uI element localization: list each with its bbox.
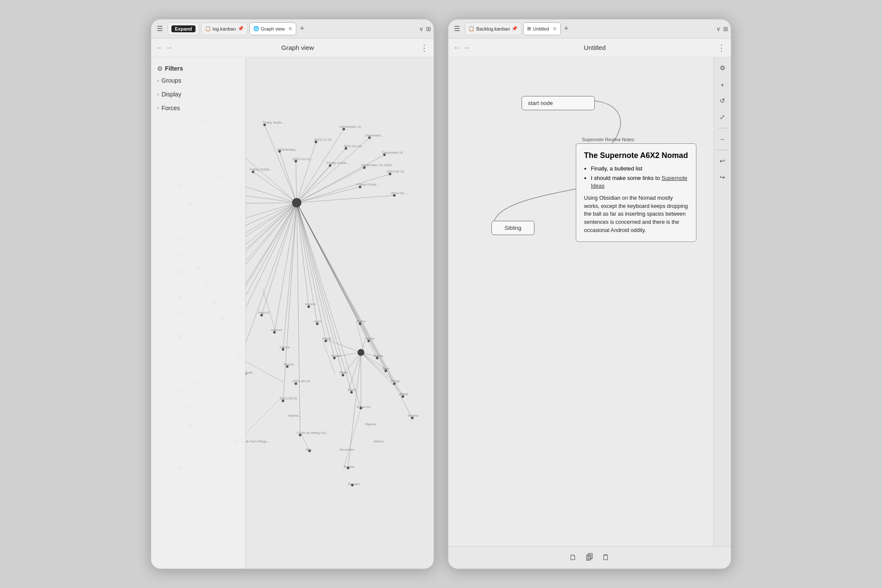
svg-point-187 xyxy=(282,399,284,402)
svg-point-153 xyxy=(252,170,255,173)
redo-button[interactable]: ↪ xyxy=(716,171,729,184)
undo-icon: ↩ xyxy=(720,157,725,165)
left-nav-back-button[interactable]: ← xyxy=(156,44,163,52)
right-more-menu-button[interactable]: ⋮ xyxy=(717,43,726,53)
templates-icon[interactable]: 🗐 xyxy=(586,553,593,562)
right-tab-collapse-icon[interactable]: ∨ xyxy=(716,25,721,32)
sidebar-forces[interactable]: › Forces xyxy=(151,101,245,115)
tab-untitled-label: Untitled xyxy=(533,26,549,31)
svg-text:Hanna: Hanna xyxy=(280,345,290,349)
right-page-title: Untitled xyxy=(472,44,717,51)
attachment-icon[interactable]: 🗒 xyxy=(602,553,610,562)
left-tab-layout-icon[interactable]: ⊞ xyxy=(426,25,431,32)
svg-point-157 xyxy=(389,173,391,175)
left-tab-bar: ☰ Expand 📋 log.kanban 📌 🌐 Graph view ✕ +… xyxy=(151,19,434,38)
untitled-icon: ⊞ xyxy=(527,26,531,31)
svg-text:LLMs de telling Clu...: LLMs de telling Clu... xyxy=(297,431,329,435)
tab-expand[interactable]: Expand xyxy=(168,22,199,35)
svg-point-173 xyxy=(273,331,276,334)
tab-untitled-close-icon[interactable]: ✕ xyxy=(553,26,557,32)
canvas-area[interactable]: start node Supernote Review Notes The Su… xyxy=(448,57,714,546)
right-title-bar: ← → Untitled ⋮ xyxy=(448,38,731,57)
undo-button[interactable]: ↩ xyxy=(716,155,729,167)
left-page-title: Graph view xyxy=(175,44,420,51)
fit-view-button[interactable]: ⤢ xyxy=(716,111,729,124)
right-sidebar-toggle-icon[interactable]: ☰ xyxy=(451,23,463,35)
svg-text:December...: December... xyxy=(365,133,384,137)
right-tab-controls: ∨ ⊞ xyxy=(716,25,728,32)
svg-point-159 xyxy=(393,194,396,197)
pin-icon: 📌 xyxy=(238,26,244,31)
svg-text:Rysabn: Rysabn xyxy=(348,482,360,486)
tab-kanban-right[interactable]: 📋 Backlog.kanban 📌 xyxy=(465,22,522,35)
zoom-out-button[interactable]: − xyxy=(716,133,729,145)
review-notes-text: Supernote Review Notes xyxy=(582,137,634,142)
svg-text:2014-09-...: 2014-09-... xyxy=(391,191,407,195)
left-tab-controls: ∨ ⊞ xyxy=(419,25,431,32)
settings-button[interactable]: ⚙ xyxy=(716,62,729,74)
sibling-node[interactable]: Sibling xyxy=(491,221,534,235)
left-more-menu-button[interactable]: ⋮ xyxy=(420,43,429,53)
review-notes-label: Supernote Review Notes xyxy=(582,137,634,142)
tab-kanban-left[interactable]: 📋 log.kanban 📌 xyxy=(201,22,248,35)
svg-point-154 xyxy=(295,160,297,163)
svg-point-143 xyxy=(263,124,266,126)
groups-label: Groups xyxy=(161,77,181,84)
svg-point-145 xyxy=(368,136,371,139)
refresh-icon: ↺ xyxy=(720,97,725,105)
svg-point-184 xyxy=(385,370,387,372)
sidebar-groups[interactable]: › Groups xyxy=(151,74,245,87)
right-tab-add-button[interactable]: + xyxy=(562,24,571,33)
redo-icon: ↪ xyxy=(720,173,725,181)
right-tab-layout-icon[interactable]: ⊞ xyxy=(723,25,728,32)
expand-icon: ⤢ xyxy=(720,113,725,121)
svg-text:mnunm: mnunm xyxy=(271,328,283,332)
left-tab-add-button[interactable]: + xyxy=(298,24,306,33)
supernote-ideas-link[interactable]: Supernote Ideas xyxy=(591,175,687,189)
plus-icon: + xyxy=(721,81,724,88)
minus-icon: − xyxy=(721,136,724,143)
svg-point-179 xyxy=(342,374,344,377)
svg-point-147 xyxy=(278,150,281,153)
svg-point-180 xyxy=(350,391,353,393)
left-sidebar: ⊙ Filters › Groups › Display › Forces xyxy=(151,57,246,569)
expand-badge: Expand xyxy=(171,25,196,32)
svg-text:Rymn-10: Rymn-10 xyxy=(357,405,371,409)
svg-point-182 xyxy=(367,340,370,342)
left-nav-forward-button[interactable]: → xyxy=(166,44,173,52)
bullet-2: I should make some links to Supernote Id… xyxy=(591,174,688,190)
tab-graph-view[interactable]: 🌐 Graph view ✕ xyxy=(249,22,297,35)
tab-graph-close-icon[interactable]: ✕ xyxy=(288,26,292,32)
sidebar-display[interactable]: › Display xyxy=(151,87,245,101)
kanban2-icon: 📋 xyxy=(469,26,475,31)
svg-text:September 13, 2023: September 13, 2023 xyxy=(361,163,392,167)
sidebar-filters[interactable]: ⊙ Filters xyxy=(151,62,245,74)
filters-icon: ⊙ xyxy=(157,65,162,72)
note-card[interactable]: The Supernote A6X2 Nomad Finally, a bull… xyxy=(576,143,696,242)
svg-point-198 xyxy=(308,449,311,452)
svg-text:ARS-S4-16...: ARS-S4-16... xyxy=(344,144,364,148)
display-label: Display xyxy=(161,91,181,98)
svg-point-144 xyxy=(342,128,345,130)
svg-text:September 10: September 10 xyxy=(339,125,361,129)
left-title-bar: ← → Graph view ⋮ xyxy=(151,38,434,57)
add-node-button[interactable]: + xyxy=(716,78,729,91)
svg-point-140 xyxy=(292,198,301,207)
right-nav-forward-button[interactable]: → xyxy=(463,44,470,52)
tab-untitled[interactable]: ⊞ Untitled ✕ xyxy=(523,22,560,35)
refresh-button[interactable]: ↺ xyxy=(716,94,729,107)
forces-label: Forces xyxy=(161,105,180,111)
right-nav-back-button[interactable]: ← xyxy=(453,44,460,52)
new-note-icon[interactable]: 🗋 xyxy=(569,553,577,562)
left-tab-collapse-icon[interactable]: ∨ xyxy=(419,25,423,32)
svg-point-200 xyxy=(351,484,354,486)
start-node[interactable]: start node xyxy=(522,96,595,110)
svg-text:Nsuumbn: Nsuumbn xyxy=(339,448,354,452)
kanban-icon: 📋 xyxy=(205,26,211,31)
svg-text:Payt-07: Payt-07 xyxy=(258,311,270,315)
svg-point-141 xyxy=(358,350,364,356)
svg-point-191 xyxy=(360,407,362,409)
filters-label: Filters xyxy=(165,65,183,72)
left-sidebar-toggle-icon[interactable]: ☰ xyxy=(154,23,166,35)
tab-graph-label: Graph view xyxy=(261,26,285,31)
